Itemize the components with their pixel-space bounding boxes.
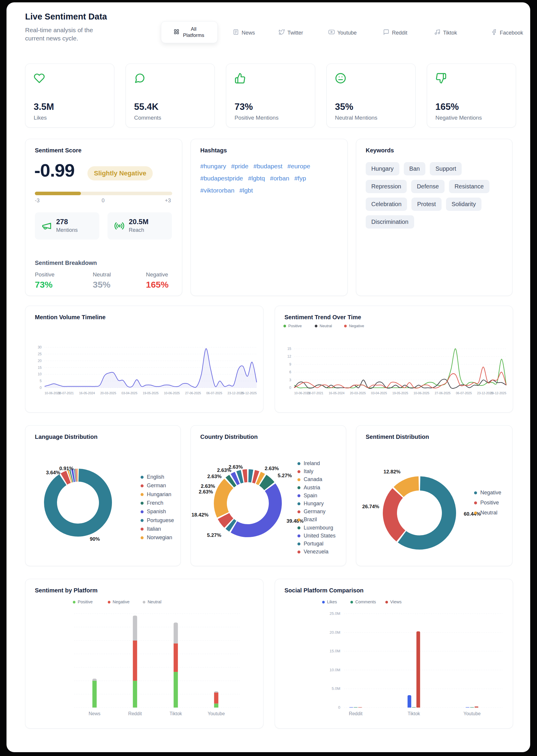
gauge-max-label: +3 (165, 198, 171, 204)
tab-label: Tiktok (443, 30, 457, 36)
svg-text:Portuguese: Portuguese (147, 517, 174, 523)
svg-text:08-07-2021: 08-07-2021 (308, 391, 323, 395)
hashtag-link[interactable]: #europe (287, 163, 310, 170)
keyword-pill[interactable]: Resistance (449, 180, 489, 193)
hashtag-link[interactable]: #lgbt (239, 187, 253, 194)
hashtag-link[interactable]: #lgbtq (248, 175, 265, 182)
svg-text:0.91%: 0.91% (60, 466, 73, 471)
svg-text:5.27%: 5.27% (278, 473, 292, 478)
keyword-pill[interactable]: Solidarity (446, 198, 481, 211)
card-title: Keywords (366, 147, 394, 154)
svg-text:18.42%: 18.42% (191, 512, 209, 518)
svg-text:0: 0 (40, 386, 42, 390)
hashtag-link[interactable]: #viktororban (200, 187, 234, 194)
svg-text:United States: United States (304, 533, 336, 538)
svg-text:Tiktok: Tiktok (408, 711, 420, 716)
svg-text:Neutral: Neutral (148, 600, 162, 604)
breakdown-title: Sentiment Breakdown (35, 259, 97, 266)
svg-text:Positive: Positive (288, 324, 302, 328)
tab-youtube[interactable]: Youtube (328, 29, 356, 37)
country-donut-chart: 2.63%5.27%39.48%5.27%18.42%2.63%2.63%2.6… (191, 425, 346, 566)
keyword-pill[interactable]: Protest (411, 198, 441, 211)
tab-twitter[interactable]: Twitter (278, 29, 303, 37)
tab-label: News (242, 30, 255, 36)
hashtag-link[interactable]: #pride (231, 163, 248, 170)
mention-volume-card: Mention Volume Timeline 05101520253010-0… (25, 306, 264, 413)
hashtag-link[interactable]: #hungary (200, 163, 226, 170)
reach-mini-card: 20.5M Reach (107, 212, 172, 240)
tab-all-platforms[interactable]: All Platforms (161, 21, 218, 43)
sentiment-donut-chart: 12.82%26.74%60.44%NegativePositiveNeutra… (356, 425, 512, 566)
breakdown-negative-value: 165% (146, 280, 169, 290)
svg-text:10-06-2025: 10-06-2025 (414, 391, 430, 395)
tab-news[interactable]: News (233, 29, 255, 37)
svg-text:90%: 90% (90, 536, 100, 542)
keyword-pill[interactable]: Celebration (366, 198, 407, 211)
svg-text:15.0M: 15.0M (330, 649, 340, 653)
svg-text:Ireland: Ireland (304, 460, 320, 466)
svg-text:Spanish: Spanish (147, 508, 166, 514)
svg-text:15: 15 (287, 347, 292, 351)
tab-label: Reddit (392, 30, 407, 36)
svg-text:Reddit: Reddit (128, 711, 142, 716)
keyword-pill[interactable]: Ban (404, 162, 426, 176)
svg-text:20-03-2025: 20-03-2025 (350, 391, 366, 395)
svg-text:03-04-2025: 03-04-2025 (371, 391, 387, 395)
keyword-pill[interactable]: Hungary (366, 162, 399, 176)
grid-icon (174, 29, 179, 36)
stat-card-negative: 165% Negative Mentions (427, 63, 516, 128)
hashtag-link[interactable]: #orban (270, 175, 289, 182)
reddit-icon (383, 29, 389, 37)
stat-label: Negative Mentions (435, 115, 482, 121)
hashtag-link[interactable]: #budapest (253, 163, 282, 170)
breakdown-label: Positive (35, 271, 55, 278)
svg-text:Italy: Italy (304, 468, 313, 474)
news-icon (233, 29, 239, 37)
keyword-pill[interactable]: Repression (366, 180, 407, 193)
sentiment-score-badge: Slightly Negative (87, 166, 153, 180)
breakdown-label: Negative (146, 271, 168, 278)
svg-text:Likes: Likes (327, 600, 337, 604)
svg-text:19-05-2025: 19-05-2025 (143, 391, 159, 395)
tiktok-icon (434, 29, 440, 37)
svg-text:Hungary: Hungary (304, 500, 324, 506)
sentiment-distribution-card: Sentiment Distribution 12.82%26.74%60.44… (356, 425, 513, 566)
card-title: Hashtags (200, 147, 227, 154)
svg-text:Portugal: Portugal (304, 541, 323, 547)
mention-volume-chart: 05101520253010-06-202108-07-202116-05-20… (25, 306, 263, 412)
svg-text:10: 10 (38, 372, 42, 376)
svg-text:20-03-2025: 20-03-2025 (101, 391, 116, 395)
sentiment-score-value: -0.99 (34, 160, 74, 181)
svg-text:06-07-2025: 06-07-2025 (456, 391, 472, 395)
keyword-pill[interactable]: Defense (411, 180, 444, 193)
svg-text:Norwegian: Norwegian (147, 535, 172, 540)
stat-label: Neutral Mentions (335, 115, 378, 121)
svg-text:Luxembourg: Luxembourg (304, 525, 333, 531)
svg-text:Canada: Canada (304, 476, 322, 482)
svg-text:60.44%: 60.44% (464, 511, 481, 517)
tab-facebook[interactable]: Facebook (491, 29, 523, 37)
platform-comparison-chart: 05.0M10.0M15.0M20.0M25.0MRedditTiktokYou… (275, 579, 513, 728)
svg-text:English: English (147, 474, 164, 480)
tab-tiktok[interactable]: Tiktok (434, 29, 457, 37)
thumbs-down-icon (435, 73, 447, 85)
sentiment-trend-chart: 0369121510-06-202108-07-202116-05-202420… (275, 306, 513, 412)
svg-text:2.63%: 2.63% (217, 467, 231, 473)
svg-text:27-06-2025: 27-06-2025 (435, 391, 451, 395)
card-title: Sentiment Score (35, 147, 82, 154)
tab-label: Youtube (337, 30, 356, 36)
keyword-pill[interactable]: Discrimination (366, 215, 414, 228)
keyword-pill[interactable]: Support (430, 162, 462, 176)
language-donut-chart: 90%3.64%0.91%EnglishGermanHungarianFrenc… (25, 425, 181, 566)
tab-reddit[interactable]: Reddit (383, 29, 407, 37)
sentiment-gauge (35, 192, 172, 195)
hashtag-link[interactable]: #budapestpride (200, 175, 243, 182)
svg-text:12.82%: 12.82% (383, 469, 400, 475)
svg-text:0: 0 (338, 705, 340, 710)
stat-value: 165% (435, 101, 459, 112)
svg-text:Positive: Positive (480, 500, 499, 505)
svg-text:0: 0 (289, 386, 291, 390)
stat-value: 3.5M (34, 101, 54, 112)
svg-text:Italian: Italian (147, 526, 161, 532)
hashtag-link[interactable]: #fyp (294, 175, 306, 182)
